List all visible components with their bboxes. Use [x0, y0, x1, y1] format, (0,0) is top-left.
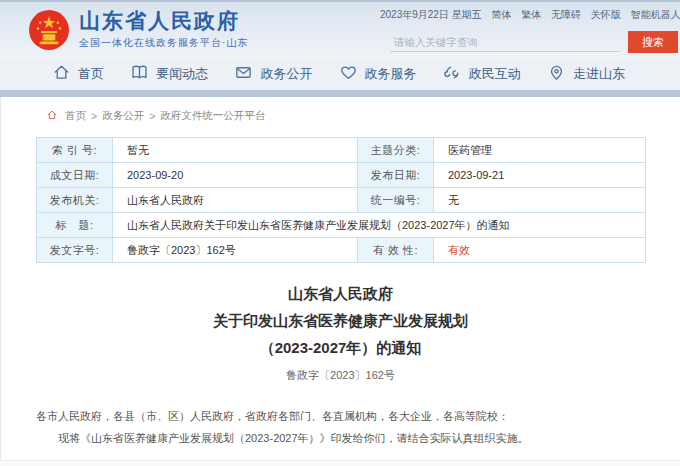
link-traditional[interactable]: 繁体: [521, 9, 541, 20]
document-paragraph: 现将《山东省医养健康产业发展规划（2023-2027年）》印发给你们，请结合实际…: [36, 427, 645, 449]
nav-label: 政民互动: [469, 65, 521, 83]
news-icon: [130, 63, 156, 85]
meta-label-written-date: 成文日期:: [37, 163, 113, 188]
nav-item-about-shandong[interactable]: 走进山东: [547, 63, 625, 85]
nav-item-home[interactable]: 首页: [52, 63, 104, 85]
page-bottom-strip: [0, 460, 680, 466]
main-nav: 首页 要闻动态 政务公开 政务服务 政民互动 走进山东: [0, 57, 680, 90]
document-title: 山东省人民政府 关于印发山东省医养健康产业发展规划 （2023-2027年）的通…: [1, 280, 680, 361]
current-date: 2023年9月22日 星期五: [380, 9, 482, 20]
meta-label-title: 标 题:: [37, 213, 113, 238]
heart-icon: [339, 63, 365, 85]
meta-value-category: 医药管理: [434, 138, 646, 163]
link-chatbot[interactable]: 智能机器人: [631, 9, 680, 20]
nav-item-interaction[interactable]: 政民互动: [443, 63, 521, 85]
link-care-version[interactable]: 关怀版: [591, 9, 621, 20]
meta-label-issuing-agency: 发布机关:: [37, 188, 113, 213]
brand-block: 山东省人民政府 全国一体化在线政务服务平台·山东: [79, 9, 248, 50]
nav-label: 要闻动态: [156, 65, 208, 83]
search-bar: 搜索: [380, 31, 678, 53]
nav-item-gov-disclosure[interactable]: 政务公开: [234, 63, 312, 85]
breadcrumb-separator: >: [91, 110, 97, 122]
meta-value-written-date: 2023-09-20: [113, 163, 358, 188]
meta-value-publish-date: 2023-09-21: [434, 163, 646, 188]
meta-value-issuing-agency: 山东省人民政府: [113, 188, 358, 213]
nav-label: 政务服务: [365, 65, 417, 83]
breadcrumb-current: 政府文件统一公开平台: [160, 109, 265, 123]
search-button[interactable]: 搜索: [628, 31, 678, 53]
national-emblem-icon[interactable]: [28, 9, 70, 51]
document-body: 各市人民政府，各县（市、区）人民政府，省政府各部门、各直属机构，各大企业，各高等…: [36, 405, 645, 449]
nav-label: 首页: [78, 65, 104, 83]
site-subtitle: 全国一体化在线政务服务平台·山东: [79, 36, 248, 50]
breadcrumb: 首页 > 政务公开 > 政府文件统一公开平台: [1, 97, 680, 123]
document-paragraph: 各市人民政府，各县（市、区）人民政府，省政府各部门、各直属机构，各大企业，各高等…: [36, 405, 645, 427]
location-icon: [547, 63, 573, 85]
meta-value-validity: 有效: [434, 238, 646, 263]
meta-label-category: 主题分类:: [358, 138, 434, 163]
table-row: 索 引 号: 暂无 主题分类: 医药管理: [37, 138, 646, 163]
top-links: 2023年9月22日 星期五 简体 繁体 无障碍 关怀版 智能机器人 登录 注: [380, 8, 678, 22]
meta-label-unified-number: 统一编号:: [358, 188, 434, 213]
nav-item-news[interactable]: 要闻动态: [130, 63, 208, 85]
home-icon: [52, 63, 78, 85]
nav-item-gov-services[interactable]: 政务服务: [339, 63, 417, 85]
nav-label: 政务公开: [260, 65, 312, 83]
search-input[interactable]: [390, 32, 620, 52]
table-row: 成文日期: 2023-09-20 发布日期: 2023-09-21: [37, 163, 646, 188]
nav-separator: [0, 90, 680, 97]
document-number: 鲁政字〔2023〕162号: [1, 368, 680, 383]
meta-value-index: 暂无: [113, 138, 358, 163]
link-accessibility[interactable]: 无障碍: [551, 9, 581, 20]
nav-label: 走进山东: [573, 65, 625, 83]
meta-label-publish-date: 发布日期:: [358, 163, 434, 188]
meta-label-doc-number: 发文字号:: [37, 238, 113, 263]
table-row: 发文字号: 鲁政字〔2023〕162号 有 效 性: 有效: [37, 238, 646, 263]
mail-icon: [234, 63, 260, 85]
home-icon: [46, 109, 65, 123]
meta-label-index: 索 引 号:: [37, 138, 113, 163]
document-meta-table: 索 引 号: 暂无 主题分类: 医药管理 成文日期: 2023-09-20 发布…: [36, 137, 646, 263]
meta-label-validity: 有 效 性:: [358, 238, 434, 263]
table-row: 标 题: 山东省人民政府关于印发山东省医养健康产业发展规划（2023-2027年…: [37, 213, 646, 238]
document-title-line3: （2023-2027年）的通知: [1, 334, 680, 361]
page: 山东省人民政府 全国一体化在线政务服务平台·山东 2023年9月22日 星期五 …: [0, 0, 680, 466]
breadcrumb-gov-disclosure[interactable]: 政务公开: [102, 109, 144, 123]
content-area: 首页 > 政务公开 > 政府文件统一公开平台 索 引 号: 暂无 主题分类: 医…: [0, 97, 680, 466]
header-utilities: 2023年9月22日 星期五 简体 繁体 无障碍 关怀版 智能机器人 登录 注 …: [380, 8, 680, 53]
breadcrumb-separator: >: [149, 110, 155, 122]
dialog-icon: [443, 63, 469, 85]
document-title-line1: 山东省人民政府: [1, 280, 680, 307]
breadcrumb-home[interactable]: 首页: [65, 109, 86, 123]
link-simplified[interactable]: 简体: [492, 9, 512, 20]
document-title-line2: 关于印发山东省医养健康产业发展规划: [1, 307, 680, 334]
site-header: 山东省人民政府 全国一体化在线政务服务平台·山东 2023年9月22日 星期五 …: [0, 0, 680, 57]
meta-value-unified-number: 无: [434, 188, 646, 213]
meta-value-title: 山东省人民政府关于印发山东省医养健康产业发展规划（2023-2027年）的通知: [113, 213, 646, 238]
meta-value-doc-number: 鲁政字〔2023〕162号: [113, 238, 358, 263]
table-row: 发布机关: 山东省人民政府 统一编号: 无: [37, 188, 646, 213]
site-title: 山东省人民政府: [79, 9, 248, 33]
